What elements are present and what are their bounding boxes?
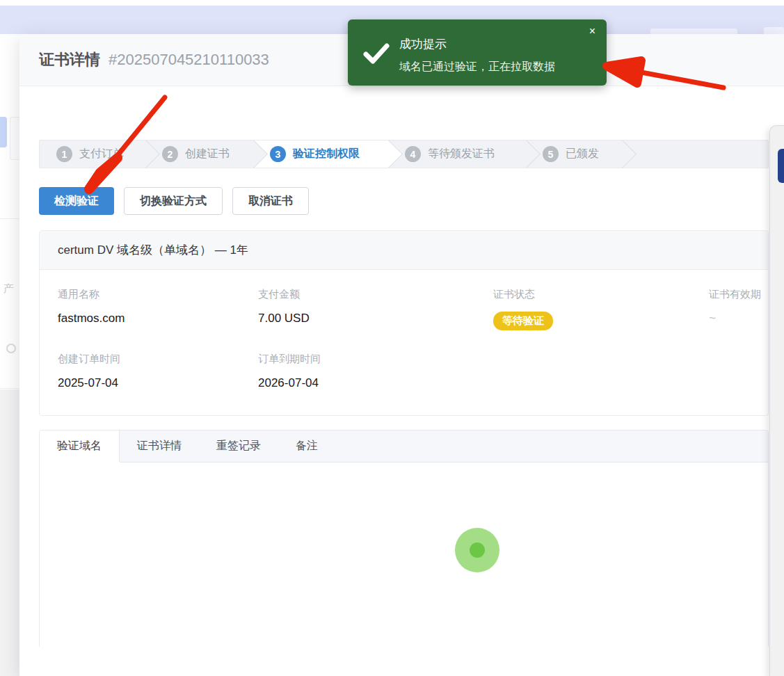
side-drawer-fragment bbox=[769, 125, 784, 676]
step-number-badge: 4 bbox=[405, 146, 421, 162]
step-filler bbox=[622, 140, 768, 168]
product-name: certum DV 域名级（单域名） — 1年 bbox=[40, 231, 768, 270]
step-create-cert: 2 创建证书 bbox=[145, 140, 253, 168]
field-value: fastmos.com bbox=[58, 312, 258, 325]
loading-spinner-core bbox=[470, 542, 485, 558]
background-page-fragment bbox=[0, 389, 19, 676]
step-verify-control: 3 验证控制权限 bbox=[253, 140, 388, 168]
tab-resign-records[interactable]: 重签记录 bbox=[199, 430, 278, 462]
detail-tabs-card: 验证域名 证书详情 重签记录 备注 bbox=[39, 430, 769, 648]
step-label: 已颁发 bbox=[566, 147, 599, 161]
success-check-icon bbox=[363, 43, 390, 64]
background-divider bbox=[0, 218, 19, 219]
step-pay-order: 1 支付订单 bbox=[40, 140, 145, 168]
field-label: 通用名称 bbox=[58, 288, 258, 301]
field-order-created: 创建订单时间 2025-07-04 bbox=[58, 353, 258, 390]
side-drawer-button-fragment[interactable] bbox=[778, 149, 784, 183]
field-value: 2026-07-04 bbox=[258, 376, 493, 390]
tab-verify-domain[interactable]: 验证域名 bbox=[40, 430, 120, 462]
field-value: 7.00 USD bbox=[258, 312, 493, 325]
step-wait-issue: 4 等待颁发证书 bbox=[388, 140, 526, 168]
step-label: 支付订单 bbox=[79, 147, 124, 161]
success-toast: 成功提示 域名已通过验证，正在拉取数据 × bbox=[348, 19, 607, 86]
certificate-detail-modal: 证书详情 #202507045210110033 1 支付订单 2 创建证书 3… bbox=[19, 34, 784, 676]
check-validation-button[interactable]: 检测验证 bbox=[39, 187, 114, 215]
background-menu-fragment bbox=[0, 117, 7, 147]
product-info-card: certum DV 域名级（单域名） — 1年 通用名称 fastmos.com… bbox=[39, 230, 769, 416]
switch-validation-method-button[interactable]: 切换验证方式 bbox=[124, 187, 223, 215]
step-label: 验证控制权限 bbox=[293, 147, 360, 161]
cancel-certificate-button[interactable]: 取消证书 bbox=[232, 187, 309, 215]
loading-spinner-dot bbox=[455, 528, 499, 572]
field-label: 证书有效期 bbox=[709, 288, 768, 301]
step-number-badge: 3 bbox=[270, 146, 286, 162]
field-cert-status: 证书状态 等待验证 bbox=[493, 288, 709, 330]
field-value: ~ bbox=[709, 312, 768, 325]
modal-title: 证书详情 bbox=[39, 49, 100, 70]
order-number: #202507045210110033 bbox=[109, 51, 269, 69]
toast-title: 成功提示 bbox=[399, 36, 447, 52]
status-badge: 等待验证 bbox=[493, 312, 553, 330]
tab-content-loading bbox=[40, 462, 768, 649]
field-label: 创建订单时间 bbox=[58, 353, 258, 366]
tab-bar: 验证域名 证书详情 重签记录 备注 bbox=[40, 430, 768, 462]
field-value: 2025-07-04 bbox=[58, 376, 258, 390]
field-cert-validity: 证书有效期 ~ bbox=[709, 288, 768, 330]
field-label: 证书状态 bbox=[493, 288, 709, 301]
field-label: 订单到期时间 bbox=[258, 353, 493, 366]
background-text-fragment: 产 bbox=[3, 282, 14, 296]
step-label: 等待颁发证书 bbox=[428, 147, 495, 161]
close-icon[interactable]: × bbox=[589, 26, 595, 37]
field-label: 支付金额 bbox=[258, 288, 493, 301]
background-search-icon bbox=[6, 344, 16, 353]
progress-steps: 1 支付订单 2 创建证书 3 验证控制权限 4 等待颁发证书 5 已颁发 bbox=[39, 140, 769, 168]
step-label: 创建证书 bbox=[185, 147, 230, 161]
toast-message: 域名已通过验证，正在拉取数据 bbox=[399, 60, 555, 74]
field-order-expires: 订单到期时间 2026-07-04 bbox=[258, 353, 493, 390]
tab-cert-detail[interactable]: 证书详情 bbox=[120, 430, 199, 462]
background-card-fragment bbox=[10, 117, 20, 160]
field-paid-amount: 支付金额 7.00 USD bbox=[258, 288, 493, 330]
action-buttons: 检测验证 切换验证方式 取消证书 bbox=[39, 187, 769, 215]
step-number-badge: 2 bbox=[162, 146, 178, 162]
background-divider bbox=[0, 388, 19, 389]
step-number-badge: 1 bbox=[56, 146, 72, 162]
field-common-name: 通用名称 fastmos.com bbox=[58, 288, 258, 330]
step-number-badge: 5 bbox=[543, 146, 559, 162]
tab-remarks[interactable]: 备注 bbox=[278, 430, 335, 462]
